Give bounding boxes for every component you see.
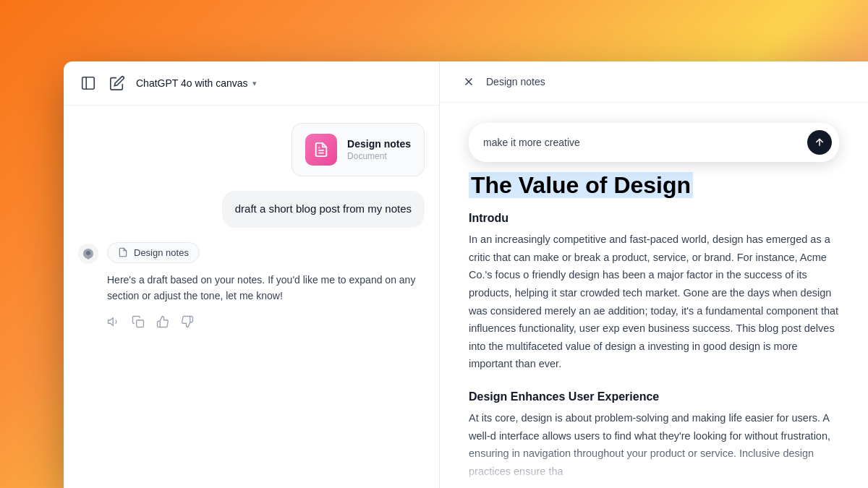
article-intro-label: Introdu	[469, 212, 839, 225]
design-notes-chip[interactable]: Design notes	[107, 242, 200, 263]
document-attachment[interactable]: Design notes Document	[292, 123, 425, 176]
chip-label: Design notes	[134, 247, 189, 258]
copy-icon[interactable]	[132, 315, 145, 331]
canvas-header: Design notes	[440, 61, 868, 103]
article-content: The Value of Design Introdu In an increa…	[469, 172, 839, 481]
canvas-panel: Design notes The Value of Design Introdu	[440, 61, 868, 488]
chat-body: Design notes Document draft a short blog…	[64, 106, 439, 488]
svg-marker-6	[109, 318, 114, 326]
article-section-paragraph: At its core, design is about problem-sol…	[469, 409, 839, 481]
thumbs-down-icon[interactable]	[181, 315, 194, 331]
document-name: Design notes	[347, 138, 411, 150]
assistant-text: Here's a draft based on your notes. If y…	[107, 272, 425, 304]
new-chat-icon[interactable]	[107, 73, 127, 93]
svg-rect-0	[82, 77, 95, 90]
canvas-body: The Value of Design Introdu In an increa…	[440, 103, 868, 488]
document-type: Document	[347, 151, 411, 161]
app-window: ChatGPT 4o with canvas ▾ Design notes Do…	[64, 61, 868, 488]
assistant-content: Design notes Here's a draft based on you…	[107, 242, 425, 332]
svg-point-5	[86, 251, 90, 255]
canvas-title: Design notes	[486, 76, 545, 87]
model-selector[interactable]: ChatGPT 4o with canvas ▾	[136, 77, 257, 89]
model-name: ChatGPT 4o with canvas	[136, 77, 248, 89]
action-icons-row	[107, 315, 425, 331]
document-icon-wrap	[305, 134, 337, 166]
chevron-down-icon: ▾	[252, 79, 257, 88]
user-message: draft a short blog post from my notes	[222, 191, 425, 228]
article-intro-paragraph: In an increasingly competitive and fast-…	[469, 231, 839, 373]
close-canvas-button[interactable]	[460, 73, 477, 90]
inline-prompt-send-button[interactable]	[807, 130, 832, 155]
inline-prompt-input[interactable]	[483, 137, 800, 148]
document-info: Design notes Document	[347, 138, 411, 161]
thumbs-up-icon[interactable]	[156, 315, 169, 331]
article-title: The Value of Design	[469, 172, 839, 199]
svg-rect-7	[137, 320, 144, 328]
chat-panel: ChatGPT 4o with canvas ▾ Design notes Do…	[64, 61, 440, 488]
assistant-avatar	[78, 244, 98, 264]
assistant-response-row: Design notes Here's a draft based on you…	[78, 242, 425, 332]
audio-icon[interactable]	[107, 315, 120, 331]
article-section-title: Design Enhances User Experience	[469, 390, 839, 403]
sidebar-toggle-icon[interactable]	[78, 73, 98, 93]
chat-header: ChatGPT 4o with canvas ▾	[64, 61, 439, 106]
inline-prompt-bar	[469, 123, 839, 162]
